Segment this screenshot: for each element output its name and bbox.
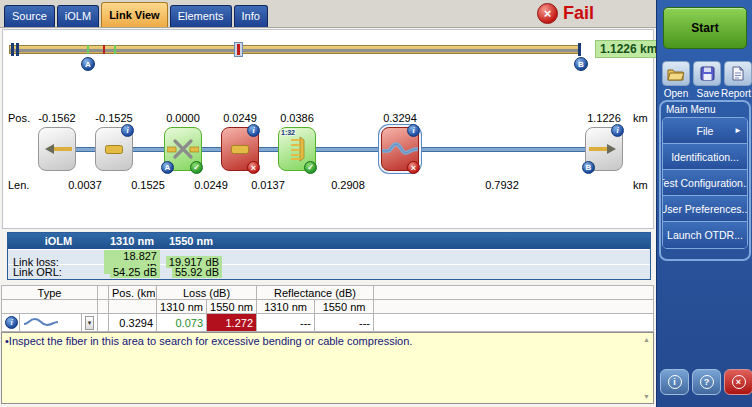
tab-info[interactable]: Info [234, 5, 268, 27]
info-badge-icon: i [247, 124, 260, 137]
report-document-icon [731, 66, 745, 81]
overview-end-marker [578, 43, 581, 56]
marker-a-badge: A [81, 57, 95, 71]
len-unit: km [633, 179, 648, 191]
loss-1550-value-fail: 1.272 [207, 314, 257, 332]
scroll-down-icon[interactable]: ▼ [643, 393, 650, 400]
len-value: 0.0249 [194, 179, 228, 191]
element-table-header-row-1: Type Pos. (km) Loss (dB) Reflectance (dB… [2, 286, 654, 300]
element-splitter-1-32[interactable]: 1:32 ✓ [278, 127, 316, 171]
link-orl-1550-badge: 55.92 dB [172, 266, 222, 278]
tab-link-view[interactable]: Link View [101, 2, 168, 27]
open-button[interactable] [662, 61, 690, 86]
link-orl-1310-value: 54.25 dB [104, 266, 160, 278]
summary-title: iOLM [8, 235, 104, 247]
submenu-arrow-icon: ► [734, 126, 742, 135]
scroll-up-icon[interactable]: ▲ [643, 336, 650, 343]
summary-header-row: iOLM 1310 nm 1550 nm [8, 233, 650, 249]
element-link-end-b[interactable]: i B [585, 127, 623, 171]
menu-item-launch-otdr[interactable]: Launch OTDR... [663, 222, 747, 248]
tab-iolm[interactable]: iOLM [57, 5, 99, 27]
link-orl-1310-badge: 54.25 dB [110, 266, 160, 278]
pos-column-header: Pos. (km) [109, 286, 157, 300]
macrobend-wave-icon [23, 316, 59, 328]
start-button[interactable]: Start [663, 7, 747, 49]
summary-wl2-header: 1550 nm [160, 235, 222, 247]
diagnostic-note-text: •Inspect the fiber in this area to searc… [5, 335, 412, 347]
pos-value: 0.0386 [280, 112, 314, 124]
info-icon: i [668, 375, 682, 389]
len-value: 0.7932 [485, 179, 519, 191]
open-folder-icon [667, 67, 685, 81]
overview-fail-connector-tick [103, 45, 105, 54]
tab-bar: Source iOLM Link View Elements Info × Fa… [0, 0, 656, 28]
overview-splitter-tick [114, 45, 116, 54]
link-orl-row: Link ORL: 54.25 dB 55.92 dB [8, 264, 650, 279]
help-icon: ? [700, 375, 714, 389]
element-launch-fiber-start[interactable] [38, 127, 76, 171]
refl-1310-value: --- [257, 314, 315, 332]
loss-column-header: Loss (dB) [157, 286, 257, 300]
link-orl-label: Link ORL: [8, 266, 104, 278]
save-button[interactable] [693, 61, 721, 86]
help-button[interactable]: ? [692, 369, 721, 395]
iolm-application-window: Source iOLM Link View Elements Info × Fa… [0, 0, 752, 407]
menu-item-test-configuration[interactable]: Test Configuration... [663, 170, 747, 196]
row-info-cell: i [2, 314, 20, 332]
close-icon: × [732, 375, 746, 389]
fail-icon: × [537, 3, 558, 24]
pos-value: 0.3294 [383, 112, 417, 124]
link-view-panel: A B 1.1226 km Pos. -0.1562 -0.1525 0.000… [2, 29, 654, 229]
summary-wl1-header: 1310 nm [104, 235, 160, 247]
close-button[interactable]: × [724, 369, 752, 395]
pass-check-icon: ✓ [190, 161, 203, 174]
element-splice-a[interactable]: A ✓ [164, 127, 202, 171]
selected-element-row[interactable]: i ▾ 0.3294 0.073 1.272 --- --- [2, 314, 654, 332]
link-length-value: 1.1226 km [595, 40, 662, 58]
report-button[interactable] [724, 61, 752, 86]
spacer-cell [98, 286, 109, 300]
tab-source[interactable]: Source [4, 5, 55, 27]
main-menu-group: Main Menu File ► Identification... Test … [659, 100, 751, 261]
menu-item-file[interactable]: File ► [663, 118, 747, 144]
info-badge-icon: i [121, 124, 134, 137]
info-badge-icon: i [5, 316, 18, 329]
element-connector-2-fail[interactable]: i × [221, 127, 259, 171]
fail-x-icon: × [407, 161, 420, 174]
element-connector-1[interactable]: i [95, 127, 133, 171]
link-overview-bar [9, 45, 581, 54]
refl-wl2-header: 1550 nm [315, 300, 374, 314]
spacer-cell [98, 314, 109, 332]
type-column-header: Type [2, 286, 98, 300]
type-dropdown-button[interactable]: ▾ [85, 316, 94, 330]
menu-item-identification[interactable]: Identification... [663, 144, 747, 170]
info-badge-icon: i [611, 124, 624, 137]
menu-item-user-preferences[interactable]: User Preferences... [663, 196, 747, 222]
filler-cell [374, 314, 654, 332]
refl-wl1-header: 1310 nm [257, 300, 315, 314]
overview-selected-element-marker[interactable] [234, 42, 243, 57]
info-badge-icon: i [407, 124, 420, 137]
len-value: 0.1525 [131, 179, 165, 191]
iolm-summary-table: iOLM 1310 nm 1550 nm Link loss: 18.827 d… [7, 232, 651, 280]
overview-splice-tick [87, 45, 89, 54]
element-macrobend-fail-selected[interactable]: i × [381, 127, 419, 171]
marker-b-badge: B [574, 57, 588, 71]
main-menu-title: Main Menu [662, 103, 748, 117]
marker-b-badge: B [582, 161, 595, 174]
type-dropdown-cell: ▾ [82, 314, 98, 332]
tab-elements[interactable]: Elements [170, 5, 232, 27]
reflectance-column-header: Reflectance (dB) [257, 286, 374, 300]
arrow-left-icon [39, 128, 75, 170]
link-orl-1550-value: 55.92 dB [160, 266, 222, 278]
element-type-cell [20, 314, 82, 332]
len-value: 0.0037 [68, 179, 102, 191]
about-info-button[interactable]: i [660, 369, 689, 395]
fail-status-label: Fail [563, 3, 594, 24]
len-row-label: Len. [8, 179, 29, 191]
overview-start-marker [11, 43, 14, 56]
link-loss-row: Link loss: 18.827 dB 19.917 dB [8, 249, 650, 264]
filler-cell [374, 286, 654, 300]
diagnostic-note-area: •Inspect the fiber in this area to searc… [1, 332, 654, 404]
pos-value: 1.1226 [587, 112, 621, 124]
